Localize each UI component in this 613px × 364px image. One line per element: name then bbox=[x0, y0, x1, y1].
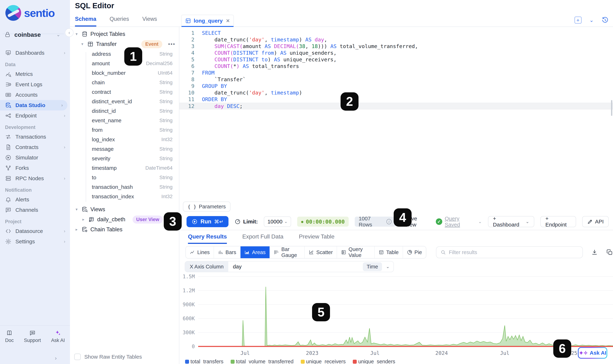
show-raw-entity-toggle[interactable]: Show Raw Entity Tables bbox=[74, 354, 142, 360]
sidebar-item-endpoint[interactable]: Endpoint› bbox=[0, 110, 70, 121]
tree-column[interactable]: distinct_event_idString bbox=[70, 97, 179, 106]
chart-type-areas[interactable]: Areas bbox=[240, 246, 270, 258]
caret-icon[interactable]: ▾ bbox=[74, 32, 79, 36]
run-button[interactable]: Run ⌘↵ bbox=[186, 216, 228, 227]
footer-item-support[interactable]: Support bbox=[24, 330, 41, 343]
legend-item-total_volume_transferred[interactable]: total_volume_transferred bbox=[231, 359, 294, 364]
add-dashboard-button[interactable]: + Dashboard⌄ bbox=[488, 216, 534, 227]
new-query-button[interactable]: ＋ bbox=[574, 16, 582, 24]
tab-views[interactable]: Views bbox=[142, 16, 157, 26]
code-line-3[interactable]: 3 SUM(CAST(amount AS DECIMAL(38, 18))) A… bbox=[179, 43, 613, 50]
code-line-11[interactable]: 11ORDER BY bbox=[179, 96, 613, 103]
tree-project-tables[interactable]: ▾Project Tables bbox=[70, 29, 179, 39]
tree-view-daily-cbeth[interactable]: ▸daily_cbethUser View bbox=[70, 214, 179, 224]
sidebar-item-metrics[interactable]: Metrics bbox=[0, 69, 70, 79]
sidebar-item-dashboards[interactable]: Dashboards› bbox=[0, 48, 70, 58]
ask-ai-button[interactable]: ✦✧ Ask AI bbox=[578, 347, 607, 359]
sql-editor[interactable]: 1SELECT2 date_trunc('day', timestamp) AS… bbox=[179, 27, 613, 202]
code-line-7[interactable]: 7FROM bbox=[179, 70, 613, 76]
tree-column[interactable]: messageString bbox=[70, 144, 179, 154]
tree-column[interactable]: event_nameString bbox=[70, 116, 179, 125]
chart-type-scatter[interactable]: Scatter bbox=[305, 246, 337, 258]
sidebar-item-contracts[interactable]: Contracts› bbox=[0, 142, 70, 152]
close-icon[interactable]: ✕ bbox=[226, 18, 230, 24]
chart-type-table[interactable]: Table bbox=[375, 246, 403, 258]
sidebar-item-channels[interactable]: Channels bbox=[0, 205, 70, 215]
xaxis-control[interactable]: X Axis Column day Time ⌄ bbox=[185, 261, 394, 272]
code-line-4[interactable]: 4 COUNT(DISTINCT from) AS unique_senders… bbox=[179, 50, 613, 56]
legend-item-unique_senders[interactable]: unique_senders bbox=[353, 359, 395, 364]
code-line-12[interactable]: 12 day DESC; bbox=[179, 103, 613, 109]
code-line-8[interactable]: 8 `Transfer` bbox=[179, 76, 613, 83]
sidebar-item-data-studio[interactable]: Data Studio› bbox=[0, 100, 67, 110]
legend-item-unique_receivers[interactable]: unique_receivers bbox=[301, 359, 346, 364]
caret-icon[interactable]: ▸ bbox=[74, 227, 79, 232]
tree-column[interactable]: transaction_hashString bbox=[70, 182, 179, 192]
sidebar-item-alerts[interactable]: Alerts bbox=[0, 194, 70, 205]
chart-type-bar-gauge[interactable]: Bar Gauge bbox=[270, 246, 305, 258]
editor-scrollbar[interactable] bbox=[611, 100, 612, 116]
results-tab-preview-table[interactable]: Preview Table bbox=[299, 233, 335, 244]
tree-chain-tables[interactable]: ▸Chain Tables bbox=[70, 224, 179, 234]
tree-column[interactable]: contractString bbox=[70, 87, 179, 97]
tab-long-query[interactable]: long_query ✕ bbox=[181, 15, 234, 26]
caret-icon[interactable]: ▾ bbox=[80, 42, 85, 46]
tree-column[interactable]: toString bbox=[70, 173, 179, 182]
tree-column[interactable]: distinct_idString bbox=[70, 106, 179, 116]
results-tab-export-full-data[interactable]: Export Full Data bbox=[242, 233, 283, 244]
filter-results-input[interactable] bbox=[449, 249, 579, 255]
api-button[interactable]: API bbox=[582, 216, 609, 227]
tree-column[interactable]: block_numberUInt64 bbox=[70, 68, 179, 78]
sidebar-item-datasource[interactable]: Datasource› bbox=[0, 226, 70, 236]
code-line-2[interactable]: 2 date_trunc('day', timestamp) AS day, bbox=[179, 36, 613, 43]
tree-table-transfer[interactable]: ▾TransferEvent••• bbox=[70, 39, 179, 49]
sidebar-item-simulator[interactable]: Simulator bbox=[0, 152, 70, 163]
tree-column[interactable]: fromString bbox=[70, 125, 179, 135]
sidebar-expand-icon[interactable]: › bbox=[55, 355, 57, 361]
tree-column[interactable]: severityString bbox=[70, 154, 179, 163]
chevron-down-icon[interactable]: ⌄ bbox=[382, 264, 393, 269]
tree-views[interactable]: ▾Views bbox=[70, 204, 179, 214]
code-line-1[interactable]: 1SELECT bbox=[179, 30, 613, 36]
sidebar-collapse-button[interactable]: ‹ bbox=[65, 28, 74, 37]
more-icon[interactable]: ••• bbox=[168, 41, 175, 47]
checkbox[interactable] bbox=[74, 354, 81, 360]
code-line-6[interactable]: 6 COUNT(*) AS total_transfers bbox=[179, 63, 613, 70]
code-line-5[interactable]: 5 COUNT(DISTINCT to) AS unique_receivers… bbox=[179, 56, 613, 63]
sidebar-item-settings[interactable]: Settings› bbox=[0, 236, 70, 247]
parameters-button[interactable]: { } Parameters bbox=[183, 202, 231, 212]
info-icon[interactable]: i bbox=[387, 219, 392, 224]
footer-item-ask-ai[interactable]: Ask AI bbox=[51, 330, 65, 343]
results-tab-query-results[interactable]: Query Results bbox=[188, 233, 227, 244]
chart-type-lines[interactable]: Lines bbox=[186, 246, 214, 258]
tab-queries[interactable]: Queries bbox=[110, 16, 129, 26]
copy-icon[interactable] bbox=[606, 249, 613, 256]
download-icon[interactable] bbox=[591, 249, 598, 256]
tree-column[interactable]: timestampDateTime64 bbox=[70, 163, 179, 173]
caret-icon[interactable]: ▾ bbox=[74, 207, 79, 212]
caret-icon[interactable]: ▸ bbox=[81, 217, 86, 222]
query-saved-status[interactable]: ✓ Query Saved ⌄ bbox=[436, 216, 482, 228]
chevron-down-icon[interactable]: ⌄ bbox=[589, 17, 594, 23]
tree-column[interactable]: log_indexInt32 bbox=[70, 135, 179, 144]
tree-column[interactable]: chainString bbox=[70, 78, 179, 87]
footer-item-doc[interactable]: Doc bbox=[5, 330, 14, 343]
sidebar-item-event-logs[interactable]: Event Logs bbox=[0, 79, 70, 90]
sidebar-item-rpc-nodes[interactable]: RPC Nodes› bbox=[0, 173, 70, 184]
history-icon[interactable] bbox=[601, 16, 609, 24]
code-line-10[interactable]: 10 date_trunc('day', timestamp) bbox=[179, 90, 613, 96]
sidebar-item-transactions[interactable]: Transactions bbox=[0, 132, 70, 142]
filter-box[interactable] bbox=[436, 246, 583, 258]
legend-item-total_transfers[interactable]: total_transfers bbox=[185, 359, 223, 364]
workspace-switcher[interactable]: coinbase ⌄ bbox=[0, 27, 70, 42]
chart-type-bars[interactable]: Bars bbox=[214, 246, 240, 258]
chart-type-pie[interactable]: Pie bbox=[403, 246, 426, 258]
sidebar-item-forks[interactable]: Forks bbox=[0, 163, 70, 173]
sidebar-item-accounts[interactable]: Accounts bbox=[0, 90, 70, 100]
chart-type-query-value[interactable]: Query Value bbox=[337, 246, 375, 258]
tab-schema[interactable]: Schema bbox=[75, 16, 96, 26]
add-endpoint-button[interactable]: + Endpoint bbox=[540, 216, 576, 227]
tree-column[interactable]: transaction_indexInt32 bbox=[70, 192, 179, 201]
limit-select[interactable]: 10000⌄ bbox=[264, 216, 291, 227]
code-line-9[interactable]: 9GROUP BY bbox=[179, 83, 613, 90]
